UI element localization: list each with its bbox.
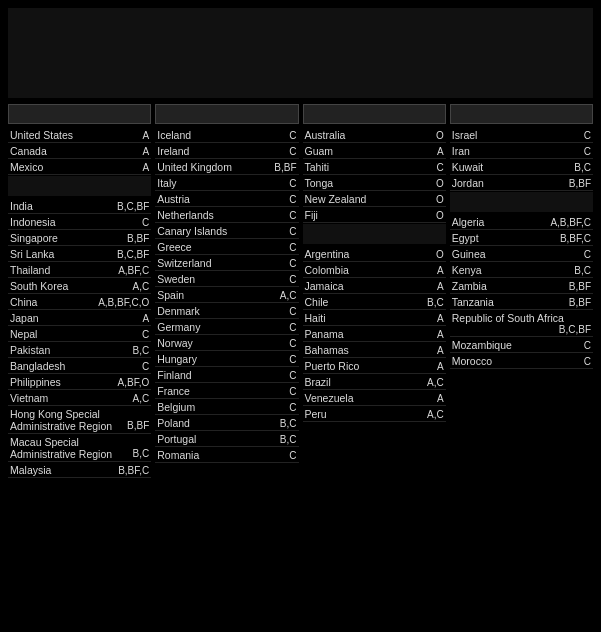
- list-item[interactable]: Mexico A: [8, 160, 151, 175]
- list-item[interactable]: Malaysia B,BF,C: [8, 463, 151, 478]
- list-item[interactable]: United Kingdom B,BF: [155, 160, 298, 175]
- list-item[interactable]: Bahamas A: [303, 343, 446, 358]
- list-item[interactable]: Puerto Rico A: [303, 359, 446, 374]
- list-item[interactable]: Chile B,C: [303, 295, 446, 310]
- list-item[interactable]: Bangladesh C: [8, 359, 151, 374]
- list-item[interactable]: Belgium C: [155, 400, 298, 415]
- list-item[interactable]: Nepal C: [8, 327, 151, 342]
- list-item[interactable]: Thailand A,BF,C: [8, 263, 151, 278]
- page-wrapper: United States A Canada A Mexico A India …: [0, 0, 601, 486]
- list-item[interactable]: Pakistan B,C: [8, 343, 151, 358]
- list-item[interactable]: Tanzania B,BF: [450, 295, 593, 310]
- section-header-3: [303, 224, 446, 244]
- list-item[interactable]: Guinea C: [450, 247, 593, 262]
- list-item[interactable]: Italy C: [155, 176, 298, 191]
- list-item-south-africa[interactable]: Republic of South Africa B,C,BF: [450, 311, 593, 337]
- list-item-hongkong[interactable]: Hong Kong Special Administrative Region …: [8, 407, 151, 434]
- list-item[interactable]: Egypt B,BF,C: [450, 231, 593, 246]
- list-item[interactable]: China A,B,BF,C,O: [8, 295, 151, 310]
- column-4: Israel C Iran C Kuwait B,C Jordan B,BF A…: [450, 104, 593, 478]
- list-item[interactable]: France C: [155, 384, 298, 399]
- list-item[interactable]: Iceland C: [155, 128, 298, 143]
- list-item[interactable]: Austria C: [155, 192, 298, 207]
- list-item[interactable]: Colombia A: [303, 263, 446, 278]
- list-item[interactable]: Sweden C: [155, 272, 298, 287]
- list-item[interactable]: Kuwait B,C: [450, 160, 593, 175]
- list-item[interactable]: Denmark C: [155, 304, 298, 319]
- list-item[interactable]: Argentina O: [303, 247, 446, 262]
- list-item[interactable]: Zambia B,BF: [450, 279, 593, 294]
- list-item[interactable]: Peru A,C: [303, 407, 446, 422]
- list-item[interactable]: Romania C: [155, 448, 298, 463]
- search-box-3[interactable]: [303, 104, 446, 124]
- list-item[interactable]: Tonga O: [303, 176, 446, 191]
- list-item[interactable]: Sri Lanka B,C,BF: [8, 247, 151, 262]
- top-bar: [8, 8, 593, 98]
- list-item[interactable]: Canada A: [8, 144, 151, 159]
- list-item[interactable]: South Korea A,C: [8, 279, 151, 294]
- list-item[interactable]: United States A: [8, 128, 151, 143]
- list-item[interactable]: Panama A: [303, 327, 446, 342]
- search-box-4[interactable]: [450, 104, 593, 124]
- list-item[interactable]: Poland B,C: [155, 416, 298, 431]
- search-box-2[interactable]: [155, 104, 298, 124]
- list-item[interactable]: Netherlands C: [155, 208, 298, 223]
- list-item[interactable]: Brazil A,C: [303, 375, 446, 390]
- list-item[interactable]: Jordan B,BF: [450, 176, 593, 191]
- list-item[interactable]: Venezuela A: [303, 391, 446, 406]
- list-item[interactable]: Canary Islands C: [155, 224, 298, 239]
- section-header-4: [450, 192, 593, 212]
- list-item[interactable]: Singapore B,BF: [8, 231, 151, 246]
- list-item[interactable]: Tahiti C: [303, 160, 446, 175]
- list-item[interactable]: Morocco C: [450, 354, 593, 369]
- list-item[interactable]: Finland C: [155, 368, 298, 383]
- list-item[interactable]: Israel C: [450, 128, 593, 143]
- list-item[interactable]: Ireland C: [155, 144, 298, 159]
- section-header-1: [8, 176, 151, 196]
- list-item[interactable]: Hungary C: [155, 352, 298, 367]
- list-item[interactable]: India B,C,BF: [8, 199, 151, 214]
- column-1: United States A Canada A Mexico A India …: [8, 104, 151, 478]
- list-item[interactable]: Fiji O: [303, 208, 446, 223]
- list-item[interactable]: Australia O: [303, 128, 446, 143]
- list-item[interactable]: Portugal B,C: [155, 432, 298, 447]
- list-item[interactable]: Haiti A: [303, 311, 446, 326]
- list-item[interactable]: New Zealand O: [303, 192, 446, 207]
- list-item[interactable]: Norway C: [155, 336, 298, 351]
- list-item[interactable]: Greece C: [155, 240, 298, 255]
- list-item[interactable]: Indonesia C: [8, 215, 151, 230]
- list-item[interactable]: Germany C: [155, 320, 298, 335]
- list-item[interactable]: Switzerland C: [155, 256, 298, 271]
- search-box-1[interactable]: [8, 104, 151, 124]
- list-item[interactable]: Vietnam A,C: [8, 391, 151, 406]
- list-item[interactable]: Mozambique C: [450, 338, 593, 353]
- column-3: Australia O Guam A Tahiti C Tonga O New …: [303, 104, 446, 478]
- list-item[interactable]: Guam A: [303, 144, 446, 159]
- list-item[interactable]: Algeria A,B,BF,C: [450, 215, 593, 230]
- list-item-macau[interactable]: Macau Special Administrative Region B,C: [8, 435, 151, 462]
- list-item[interactable]: Kenya B,C: [450, 263, 593, 278]
- list-item[interactable]: Jamaica A: [303, 279, 446, 294]
- list-item[interactable]: Philippines A,BF,O: [8, 375, 151, 390]
- list-item[interactable]: Spain A,C: [155, 288, 298, 303]
- list-item[interactable]: Japan A: [8, 311, 151, 326]
- column-2: Iceland C Ireland C United Kingdom B,BF …: [155, 104, 298, 478]
- list-item[interactable]: Iran C: [450, 144, 593, 159]
- columns-container: United States A Canada A Mexico A India …: [8, 104, 593, 478]
